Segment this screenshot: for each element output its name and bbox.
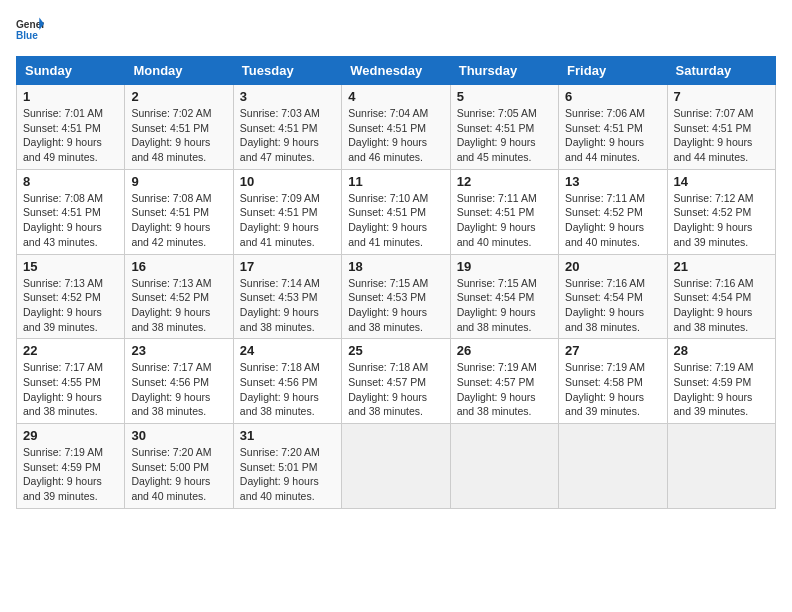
day-info: Sunrise: 7:11 AMSunset: 4:51 PMDaylight:… <box>457 191 552 250</box>
calendar-row: 22Sunrise: 7:17 AMSunset: 4:55 PMDayligh… <box>17 339 776 424</box>
calendar-cell: 9Sunrise: 7:08 AMSunset: 4:51 PMDaylight… <box>125 169 233 254</box>
day-info: Sunrise: 7:15 AMSunset: 4:54 PMDaylight:… <box>457 276 552 335</box>
day-info: Sunrise: 7:13 AMSunset: 4:52 PMDaylight:… <box>23 276 118 335</box>
logo-icon: General Blue <box>16 16 44 44</box>
day-info: Sunrise: 7:03 AMSunset: 4:51 PMDaylight:… <box>240 106 335 165</box>
calendar-cell: 29Sunrise: 7:19 AMSunset: 4:59 PMDayligh… <box>17 424 125 509</box>
day-number: 27 <box>565 343 660 358</box>
day-info: Sunrise: 7:07 AMSunset: 4:51 PMDaylight:… <box>674 106 769 165</box>
header-wednesday: Wednesday <box>342 57 450 85</box>
day-info: Sunrise: 7:19 AMSunset: 4:59 PMDaylight:… <box>23 445 118 504</box>
day-info: Sunrise: 7:18 AMSunset: 4:56 PMDaylight:… <box>240 360 335 419</box>
header-friday: Friday <box>559 57 667 85</box>
calendar-cell: 10Sunrise: 7:09 AMSunset: 4:51 PMDayligh… <box>233 169 341 254</box>
calendar-cell: 4Sunrise: 7:04 AMSunset: 4:51 PMDaylight… <box>342 85 450 170</box>
calendar-cell: 3Sunrise: 7:03 AMSunset: 4:51 PMDaylight… <box>233 85 341 170</box>
day-info: Sunrise: 7:01 AMSunset: 4:51 PMDaylight:… <box>23 106 118 165</box>
calendar-cell: 15Sunrise: 7:13 AMSunset: 4:52 PMDayligh… <box>17 254 125 339</box>
day-number: 14 <box>674 174 769 189</box>
calendar-table: SundayMondayTuesdayWednesdayThursdayFrid… <box>16 56 776 509</box>
calendar-cell: 6Sunrise: 7:06 AMSunset: 4:51 PMDaylight… <box>559 85 667 170</box>
logo: General Blue <box>16 16 44 44</box>
day-number: 12 <box>457 174 552 189</box>
calendar-cell: 23Sunrise: 7:17 AMSunset: 4:56 PMDayligh… <box>125 339 233 424</box>
calendar-cell: 2Sunrise: 7:02 AMSunset: 4:51 PMDaylight… <box>125 85 233 170</box>
calendar-row: 29Sunrise: 7:19 AMSunset: 4:59 PMDayligh… <box>17 424 776 509</box>
calendar-cell <box>450 424 558 509</box>
day-info: Sunrise: 7:08 AMSunset: 4:51 PMDaylight:… <box>23 191 118 250</box>
day-number: 23 <box>131 343 226 358</box>
day-info: Sunrise: 7:05 AMSunset: 4:51 PMDaylight:… <box>457 106 552 165</box>
calendar-cell: 5Sunrise: 7:05 AMSunset: 4:51 PMDaylight… <box>450 85 558 170</box>
day-info: Sunrise: 7:09 AMSunset: 4:51 PMDaylight:… <box>240 191 335 250</box>
day-number: 5 <box>457 89 552 104</box>
svg-text:Blue: Blue <box>16 30 38 41</box>
calendar-row: 15Sunrise: 7:13 AMSunset: 4:52 PMDayligh… <box>17 254 776 339</box>
calendar-row: 8Sunrise: 7:08 AMSunset: 4:51 PMDaylight… <box>17 169 776 254</box>
header-thursday: Thursday <box>450 57 558 85</box>
day-info: Sunrise: 7:16 AMSunset: 4:54 PMDaylight:… <box>674 276 769 335</box>
calendar-cell: 25Sunrise: 7:18 AMSunset: 4:57 PMDayligh… <box>342 339 450 424</box>
day-info: Sunrise: 7:10 AMSunset: 4:51 PMDaylight:… <box>348 191 443 250</box>
day-number: 4 <box>348 89 443 104</box>
calendar-cell: 30Sunrise: 7:20 AMSunset: 5:00 PMDayligh… <box>125 424 233 509</box>
calendar-header-row: SundayMondayTuesdayWednesdayThursdayFrid… <box>17 57 776 85</box>
day-number: 16 <box>131 259 226 274</box>
day-number: 26 <box>457 343 552 358</box>
day-number: 18 <box>348 259 443 274</box>
day-info: Sunrise: 7:15 AMSunset: 4:53 PMDaylight:… <box>348 276 443 335</box>
calendar-cell: 18Sunrise: 7:15 AMSunset: 4:53 PMDayligh… <box>342 254 450 339</box>
calendar-cell <box>342 424 450 509</box>
calendar-cell: 22Sunrise: 7:17 AMSunset: 4:55 PMDayligh… <box>17 339 125 424</box>
header-monday: Monday <box>125 57 233 85</box>
calendar-cell <box>667 424 775 509</box>
day-info: Sunrise: 7:17 AMSunset: 4:56 PMDaylight:… <box>131 360 226 419</box>
day-number: 21 <box>674 259 769 274</box>
calendar-cell <box>559 424 667 509</box>
day-info: Sunrise: 7:20 AMSunset: 5:01 PMDaylight:… <box>240 445 335 504</box>
calendar-cell: 17Sunrise: 7:14 AMSunset: 4:53 PMDayligh… <box>233 254 341 339</box>
day-number: 6 <box>565 89 660 104</box>
day-number: 13 <box>565 174 660 189</box>
day-number: 8 <box>23 174 118 189</box>
day-info: Sunrise: 7:16 AMSunset: 4:54 PMDaylight:… <box>565 276 660 335</box>
calendar-cell: 13Sunrise: 7:11 AMSunset: 4:52 PMDayligh… <box>559 169 667 254</box>
calendar-cell: 16Sunrise: 7:13 AMSunset: 4:52 PMDayligh… <box>125 254 233 339</box>
day-info: Sunrise: 7:11 AMSunset: 4:52 PMDaylight:… <box>565 191 660 250</box>
calendar-cell: 20Sunrise: 7:16 AMSunset: 4:54 PMDayligh… <box>559 254 667 339</box>
calendar-row: 1Sunrise: 7:01 AMSunset: 4:51 PMDaylight… <box>17 85 776 170</box>
day-info: Sunrise: 7:18 AMSunset: 4:57 PMDaylight:… <box>348 360 443 419</box>
day-number: 7 <box>674 89 769 104</box>
day-info: Sunrise: 7:14 AMSunset: 4:53 PMDaylight:… <box>240 276 335 335</box>
calendar-cell: 28Sunrise: 7:19 AMSunset: 4:59 PMDayligh… <box>667 339 775 424</box>
calendar-cell: 8Sunrise: 7:08 AMSunset: 4:51 PMDaylight… <box>17 169 125 254</box>
calendar-cell: 26Sunrise: 7:19 AMSunset: 4:57 PMDayligh… <box>450 339 558 424</box>
day-info: Sunrise: 7:12 AMSunset: 4:52 PMDaylight:… <box>674 191 769 250</box>
calendar-cell: 14Sunrise: 7:12 AMSunset: 4:52 PMDayligh… <box>667 169 775 254</box>
day-info: Sunrise: 7:19 AMSunset: 4:57 PMDaylight:… <box>457 360 552 419</box>
day-info: Sunrise: 7:13 AMSunset: 4:52 PMDaylight:… <box>131 276 226 335</box>
day-number: 24 <box>240 343 335 358</box>
header-tuesday: Tuesday <box>233 57 341 85</box>
day-number: 25 <box>348 343 443 358</box>
day-info: Sunrise: 7:08 AMSunset: 4:51 PMDaylight:… <box>131 191 226 250</box>
calendar-cell: 11Sunrise: 7:10 AMSunset: 4:51 PMDayligh… <box>342 169 450 254</box>
day-info: Sunrise: 7:20 AMSunset: 5:00 PMDaylight:… <box>131 445 226 504</box>
day-info: Sunrise: 7:06 AMSunset: 4:51 PMDaylight:… <box>565 106 660 165</box>
calendar-cell: 27Sunrise: 7:19 AMSunset: 4:58 PMDayligh… <box>559 339 667 424</box>
day-info: Sunrise: 7:04 AMSunset: 4:51 PMDaylight:… <box>348 106 443 165</box>
calendar-cell: 21Sunrise: 7:16 AMSunset: 4:54 PMDayligh… <box>667 254 775 339</box>
day-number: 3 <box>240 89 335 104</box>
day-number: 30 <box>131 428 226 443</box>
calendar-cell: 24Sunrise: 7:18 AMSunset: 4:56 PMDayligh… <box>233 339 341 424</box>
day-number: 29 <box>23 428 118 443</box>
day-number: 31 <box>240 428 335 443</box>
day-info: Sunrise: 7:19 AMSunset: 4:58 PMDaylight:… <box>565 360 660 419</box>
day-number: 19 <box>457 259 552 274</box>
header-saturday: Saturday <box>667 57 775 85</box>
day-number: 17 <box>240 259 335 274</box>
header: General Blue <box>16 16 776 44</box>
calendar-cell: 19Sunrise: 7:15 AMSunset: 4:54 PMDayligh… <box>450 254 558 339</box>
day-number: 9 <box>131 174 226 189</box>
header-sunday: Sunday <box>17 57 125 85</box>
